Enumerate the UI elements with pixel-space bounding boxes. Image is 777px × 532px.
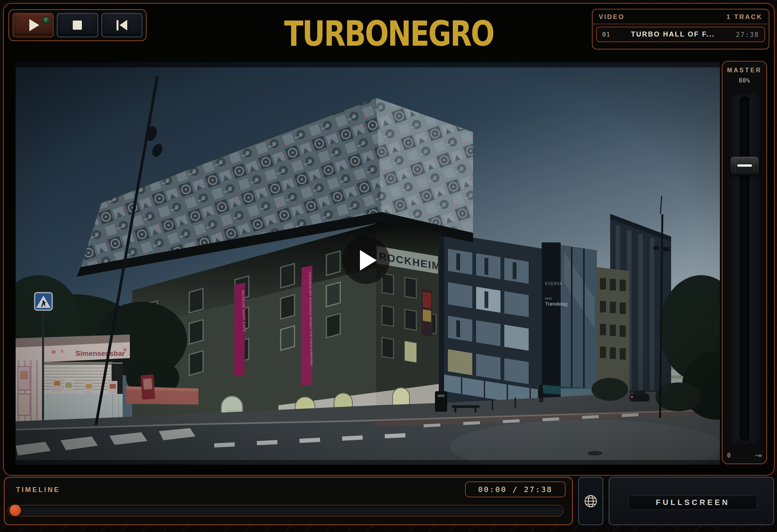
fader-handle-line: [737, 164, 752, 167]
timeline-panel: TIMELINE 00:00 / 27:38: [4, 477, 573, 525]
fader-scale: 0 −∞: [727, 452, 762, 459]
tracklist-title: VIDEO: [599, 13, 625, 21]
timeline-label: TIMELINE: [16, 486, 60, 494]
fullscreen-button[interactable]: FULLSCREEN: [628, 495, 757, 510]
master-fader-groove: [739, 96, 750, 441]
video-tracklist-panel: VIDEO 1 TRACK 01 TURBO HALL OF F... 27:3…: [592, 9, 769, 49]
timeline-progress-bar[interactable]: [8, 505, 563, 516]
fader-scale-min: −∞: [755, 452, 762, 459]
master-label: MASTER: [723, 67, 766, 74]
track-count: 1 TRACK: [726, 13, 763, 21]
globe-button[interactable]: [578, 477, 603, 525]
video-frame[interactable]: KVERVA NHO Trøndelag: [16, 62, 720, 465]
track-row[interactable]: 01 TURBO HALL OF F... 27:38: [596, 27, 765, 42]
track-duration: 27:38: [736, 31, 759, 38]
master-volume-value: 80%: [723, 77, 766, 84]
master-fader-track[interactable]: [729, 92, 760, 445]
player-app: TURBONEGRO VIDEO 1 TRACK 01 TURBO HALL O…: [0, 0, 777, 532]
fullscreen-panel: FULLSCREEN: [609, 477, 774, 525]
video-play-overlay-button[interactable]: [342, 237, 390, 284]
main-frame: TURBONEGRO VIDEO 1 TRACK 01 TURBO HALL O…: [3, 3, 775, 476]
tracklist-header: VIDEO 1 TRACK: [593, 10, 769, 24]
fader-scale-max: 0: [727, 452, 731, 459]
master-volume-panel: MASTER 80% 0 −∞: [722, 61, 767, 464]
globe-icon: [584, 494, 598, 508]
time-display: 00:00 / 27:38: [465, 481, 566, 497]
play-overlay-icon: [360, 250, 377, 271]
master-fader-handle[interactable]: [730, 156, 759, 175]
track-title: TURBO HALL OF F...: [610, 30, 736, 38]
track-number: 01: [602, 31, 610, 38]
timeline-playhead[interactable]: [10, 505, 21, 516]
